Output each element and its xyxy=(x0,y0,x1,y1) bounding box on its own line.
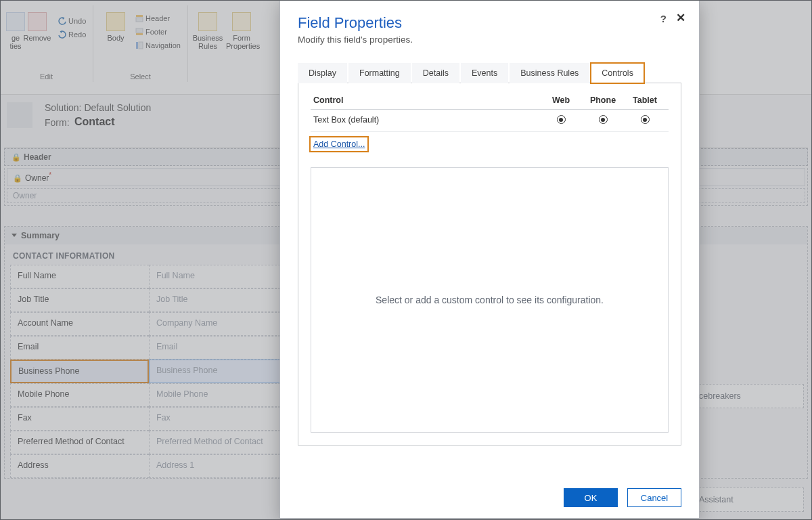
cancel-button[interactable]: Cancel xyxy=(627,488,681,507)
dialog-subtitle: Modify this field's properties. xyxy=(298,35,681,45)
controls-grid-header: Control Web Phone Tablet xyxy=(311,95,669,110)
radio-tablet[interactable] xyxy=(641,115,650,124)
controls-tab-body: Control Web Phone Tablet Text Box (defau… xyxy=(298,83,681,446)
col-header-web: Web xyxy=(540,95,582,105)
dialog-help-button[interactable]: ? xyxy=(660,13,667,24)
col-header-tablet: Tablet xyxy=(624,95,666,105)
dialog-close-button[interactable]: ✕ xyxy=(676,11,685,25)
tab-details[interactable]: Details xyxy=(412,63,459,83)
add-control-link[interactable]: Add Control... xyxy=(312,139,366,150)
tab-events[interactable]: Events xyxy=(461,63,508,83)
ok-button[interactable]: OK xyxy=(564,488,618,507)
controls-grid: Control Web Phone Tablet Text Box (defau… xyxy=(311,95,669,132)
field-properties-dialog: Field Properties Modify this field's pro… xyxy=(279,0,700,519)
col-header-control: Control xyxy=(313,95,540,105)
tab-formatting[interactable]: Formatting xyxy=(348,63,411,83)
tab-controls[interactable]: Controls xyxy=(591,63,644,83)
dialog-tabs: DisplayFormattingDetailsEventsBusiness R… xyxy=(298,62,681,83)
dialog-title: Field Properties xyxy=(298,14,681,32)
dialog-footer: OK Cancel xyxy=(280,480,699,518)
radio-web[interactable] xyxy=(557,115,566,124)
tab-display[interactable]: Display xyxy=(298,63,347,83)
control-config-placeholder-text: Select or add a custom control to see it… xyxy=(376,295,604,305)
tab-business-rules[interactable]: Business Rules xyxy=(510,63,589,83)
controls-grid-row[interactable]: Text Box (default) xyxy=(311,110,669,132)
col-header-phone: Phone xyxy=(582,95,624,105)
control-name: Text Box (default) xyxy=(313,115,540,126)
control-config-placeholder: Select or add a custom control to see it… xyxy=(311,167,669,433)
radio-phone[interactable] xyxy=(599,115,608,124)
